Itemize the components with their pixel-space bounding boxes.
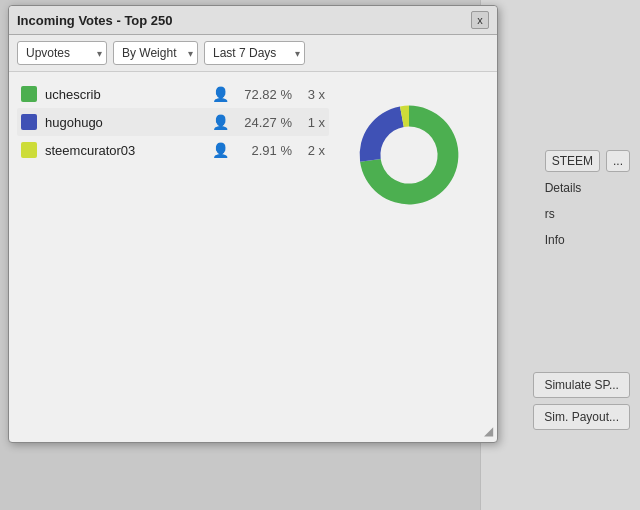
steem-row: STEEM ...: [545, 150, 630, 172]
chart-segment: [360, 106, 404, 161]
weight-select[interactable]: By Weight By Count: [113, 41, 198, 65]
days-select[interactable]: Last 7 Days Last 30 Days All Time: [204, 41, 305, 65]
dialog-footer: ◢: [9, 422, 497, 442]
voter-name: hugohugo: [45, 115, 204, 130]
votes-table: uchescrib 👤 72.82 % 3 x hugohugo 👤 24.27…: [17, 80, 329, 414]
sim-payout-button[interactable]: Sim. Payout...: [533, 404, 630, 430]
vote-count: 3 x: [300, 87, 325, 102]
vote-count: 2 x: [300, 143, 325, 158]
weight-select-wrapper: By Weight By Count: [113, 41, 198, 65]
color-indicator: [21, 86, 37, 102]
dialog-content: uchescrib 👤 72.82 % 3 x hugohugo 👤 24.27…: [9, 72, 497, 422]
user-icon: 👤: [212, 86, 229, 102]
resize-handle[interactable]: ◢: [484, 424, 493, 440]
rs-link[interactable]: rs: [545, 204, 630, 224]
close-button[interactable]: x: [471, 11, 489, 29]
simulate-sp-button[interactable]: Simulate SP...: [533, 372, 630, 398]
background-panel: STEEM ... Details rs Info Simulate SP...…: [480, 0, 640, 510]
sidebar-buttons: Simulate SP... Sim. Payout...: [533, 372, 630, 430]
color-indicator: [21, 114, 37, 130]
incoming-votes-dialog: Incoming Votes - Top 250 x Upvotes Downv…: [8, 5, 498, 443]
dialog-title: Incoming Votes - Top 250: [17, 13, 173, 28]
vote-percentage: 2.91 %: [237, 143, 292, 158]
dialog-titlebar: Incoming Votes - Top 250 x: [9, 6, 497, 35]
vote-percentage: 24.27 %: [237, 115, 292, 130]
ellipsis-button[interactable]: ...: [606, 150, 630, 172]
filter-select[interactable]: Upvotes Downvotes All: [17, 41, 107, 65]
color-indicator: [21, 142, 37, 158]
vote-percentage: 72.82 %: [237, 87, 292, 102]
voter-name: steemcurator03: [45, 143, 204, 158]
user-icon: 👤: [212, 142, 229, 158]
days-select-wrapper: Last 7 Days Last 30 Days All Time: [204, 41, 305, 65]
details-link[interactable]: Details: [545, 178, 630, 198]
user-icon: 👤: [212, 114, 229, 130]
filter-select-wrapper: Upvotes Downvotes All: [17, 41, 107, 65]
table-row[interactable]: hugohugo 👤 24.27 % 1 x: [17, 108, 329, 136]
dialog-toolbar: Upvotes Downvotes All By Weight By Count…: [9, 35, 497, 72]
table-row[interactable]: uchescrib 👤 72.82 % 3 x: [17, 80, 329, 108]
donut-chart: [344, 90, 474, 220]
chart-area: [329, 80, 489, 414]
vote-count: 1 x: [300, 115, 325, 130]
steem-select[interactable]: STEEM: [545, 150, 600, 172]
voter-name: uchescrib: [45, 87, 204, 102]
table-row[interactable]: steemcurator03 👤 2.91 % 2 x: [17, 136, 329, 164]
sidebar-controls: STEEM ... Details rs Info: [545, 150, 630, 250]
info-link[interactable]: Info: [545, 230, 630, 250]
